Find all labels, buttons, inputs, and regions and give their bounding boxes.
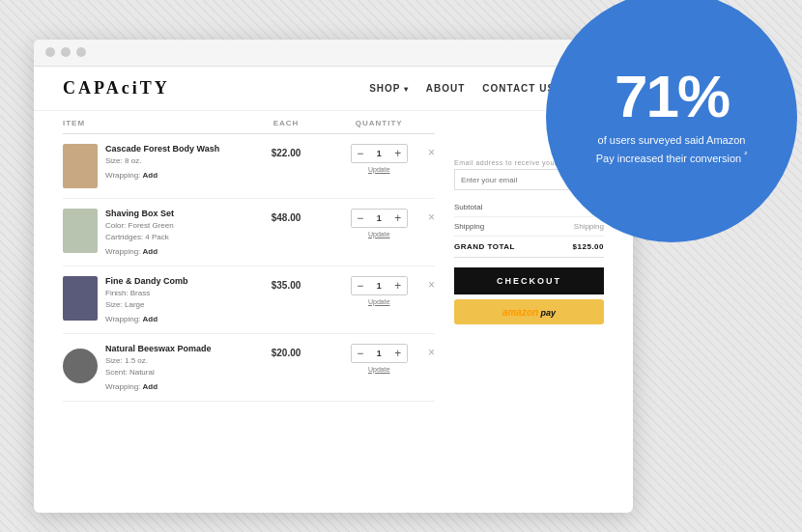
header-each: EACH bbox=[249, 119, 324, 127]
qty-value: 1 bbox=[373, 149, 386, 158]
cart-header: ITEM EACH QUANTITY bbox=[63, 111, 435, 134]
site-logo: CAPAciTY bbox=[63, 78, 369, 98]
browser-dot-green bbox=[76, 47, 86, 57]
qty-update[interactable]: Update bbox=[368, 166, 390, 173]
browser-window: CAPAciTY SHOP ABOUT CONTACT US BLOG ITEM… bbox=[34, 40, 633, 513]
item-name: Shaving Box Set bbox=[105, 209, 174, 218]
item-wrap: Wrapping: Add bbox=[105, 315, 188, 323]
grand-total-value: $125.00 bbox=[573, 242, 604, 251]
grand-total-label: GRAND TOTAL bbox=[454, 242, 515, 251]
wrap-link[interactable]: Add bbox=[143, 315, 158, 323]
item-meta: Size: 8 oz. bbox=[105, 155, 219, 167]
remove-item[interactable]: × bbox=[428, 278, 435, 292]
nav-about[interactable]: ABOUT bbox=[426, 83, 466, 94]
browser-dot-yellow bbox=[61, 47, 71, 57]
item-price: $20.00 bbox=[249, 344, 324, 358]
product-image bbox=[63, 209, 98, 253]
item-meta: Finish: BrassSize: Large bbox=[105, 288, 188, 311]
shipping-row: Shipping Shipping bbox=[454, 217, 604, 237]
qty-controls: − 1 + bbox=[351, 209, 408, 228]
stat-percent: 71% bbox=[615, 67, 729, 126]
wrap-link[interactable]: Add bbox=[143, 382, 158, 391]
qty-col: − 1 + Update bbox=[324, 344, 436, 373]
item-meta: Color: Forest GreenCartridges: 4 Pack bbox=[105, 220, 174, 243]
product-image bbox=[63, 349, 98, 383]
footnote-marker: ² bbox=[744, 150, 747, 159]
qty-col: − 1 + Update bbox=[324, 144, 436, 173]
qty-plus[interactable]: + bbox=[389, 345, 407, 362]
header-item: ITEM bbox=[63, 119, 249, 127]
item-col: Cascade Forest Body Wash Size: 8 oz. Wra… bbox=[63, 144, 249, 188]
item-meta: Size: 1.5 oz.Scent: Natural bbox=[105, 355, 212, 378]
qty-minus[interactable]: − bbox=[352, 210, 369, 227]
shipping-label: Shipping bbox=[454, 222, 484, 231]
qty-controls: − 1 + bbox=[351, 276, 408, 295]
browser-titlebar bbox=[34, 40, 633, 67]
qty-update[interactable]: Update bbox=[368, 298, 390, 305]
stat-text: of users surveyed said Amazon Pay increa… bbox=[596, 134, 746, 163]
remove-item[interactable]: × bbox=[428, 346, 435, 359]
nav-shop[interactable]: SHOP bbox=[369, 83, 409, 94]
table-row: Natural Beeswax Pomade Size: 1.5 oz.Scen… bbox=[63, 334, 435, 402]
qty-value: 1 bbox=[373, 281, 386, 291]
browser-dot-red bbox=[45, 47, 55, 57]
grand-total-row: GRAND TOTAL $125.00 bbox=[454, 237, 604, 258]
item-price: $48.00 bbox=[249, 209, 324, 223]
item-details: Shaving Box Set Color: Forest GreenCartr… bbox=[105, 209, 174, 256]
nav-contact[interactable]: CONTACT US bbox=[482, 83, 555, 94]
qty-update[interactable]: Update bbox=[368, 366, 390, 373]
wrap-link[interactable]: Add bbox=[143, 247, 158, 256]
table-row: Cascade Forest Body Wash Size: 8 oz. Wra… bbox=[63, 134, 435, 199]
cart-area: ITEM EACH QUANTITY Cascade Forest Body W… bbox=[34, 111, 633, 402]
item-name: Natural Beeswax Pomade bbox=[105, 344, 212, 353]
item-col: Fine & Dandy Comb Finish: BrassSize: Lar… bbox=[63, 276, 249, 323]
product-image bbox=[63, 144, 98, 188]
qty-plus[interactable]: + bbox=[389, 145, 407, 162]
qty-minus[interactable]: − bbox=[352, 145, 369, 162]
item-wrap: Wrapping: Add bbox=[105, 382, 212, 391]
outer-wrapper: CAPAciTY SHOP ABOUT CONTACT US BLOG ITEM… bbox=[34, 20, 768, 513]
remove-item[interactable]: × bbox=[428, 146, 435, 159]
item-name: Fine & Dandy Comb bbox=[105, 276, 188, 286]
stat-description: of users surveyed said Amazon Pay increa… bbox=[594, 132, 749, 166]
shipping-value: Shipping bbox=[574, 222, 604, 231]
qty-col: − 1 + Update bbox=[324, 209, 436, 238]
qty-controls: − 1 + bbox=[351, 344, 408, 363]
table-row: Fine & Dandy Comb Finish: BrassSize: Lar… bbox=[63, 266, 435, 334]
amazon-pay-label: amazon pay bbox=[502, 307, 556, 318]
qty-minus[interactable]: − bbox=[352, 345, 369, 362]
item-col: Shaving Box Set Color: Forest GreenCartr… bbox=[63, 209, 249, 256]
table-row: Shaving Box Set Color: Forest GreenCartr… bbox=[63, 199, 435, 266]
subtotal-label: Subtotal bbox=[454, 203, 482, 211]
item-wrap: Wrapping: Add bbox=[105, 247, 174, 256]
header-quantity: QUANTITY bbox=[324, 119, 436, 127]
qty-col: − 1 + Update bbox=[324, 276, 436, 305]
item-details: Cascade Forest Body Wash Size: 8 oz. Wra… bbox=[105, 144, 219, 180]
qty-update[interactable]: Update bbox=[368, 231, 390, 238]
qty-plus[interactable]: + bbox=[389, 277, 407, 294]
navigation: CAPAciTY SHOP ABOUT CONTACT US BLOG bbox=[34, 67, 633, 111]
product-image bbox=[63, 276, 98, 321]
qty-value: 1 bbox=[373, 349, 386, 358]
page-content: CAPAciTY SHOP ABOUT CONTACT US BLOG ITEM… bbox=[34, 67, 633, 513]
cart-table: ITEM EACH QUANTITY Cascade Forest Body W… bbox=[63, 111, 435, 402]
item-wrap: Wrapping: Add bbox=[105, 171, 219, 180]
item-details: Natural Beeswax Pomade Size: 1.5 oz.Scen… bbox=[105, 344, 212, 391]
qty-minus[interactable]: − bbox=[352, 277, 369, 294]
stats-overlay: 71% of users surveyed said Amazon Pay in… bbox=[546, 0, 797, 242]
qty-value: 1 bbox=[373, 213, 386, 223]
wrap-link[interactable]: Add bbox=[143, 171, 158, 180]
item-details: Fine & Dandy Comb Finish: BrassSize: Lar… bbox=[105, 276, 188, 323]
qty-plus[interactable]: + bbox=[389, 210, 407, 227]
checkout-button[interactable]: CHECKOUT bbox=[454, 267, 604, 294]
remove-item[interactable]: × bbox=[428, 210, 435, 224]
amazon-pay-button[interactable]: amazon pay bbox=[454, 299, 604, 324]
qty-controls: − 1 + bbox=[351, 144, 408, 163]
item-price: $35.00 bbox=[249, 276, 324, 291]
item-name: Cascade Forest Body Wash bbox=[105, 144, 219, 154]
item-price: $22.00 bbox=[249, 144, 324, 158]
item-col: Natural Beeswax Pomade Size: 1.5 oz.Scen… bbox=[63, 344, 249, 391]
